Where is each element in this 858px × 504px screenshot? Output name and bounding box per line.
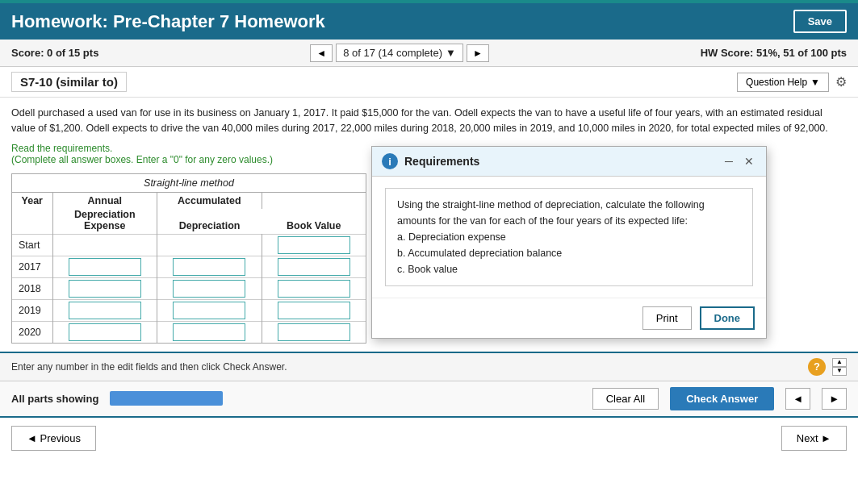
annual-dep-input[interactable] — [69, 258, 141, 276]
accum-dep-input[interactable] — [173, 302, 245, 319]
spinner-up[interactable]: ▲ — [832, 358, 847, 367]
all-parts-label: All parts showing — [11, 393, 98, 405]
year-cell: Start — [12, 234, 52, 256]
table-header-row-1: Year Annual Accumulated Book Value — [12, 193, 366, 209]
spinner-buttons: ▲ ▼ — [832, 358, 847, 376]
annual-dep-cell — [52, 256, 157, 277]
book-value-input[interactable] — [278, 323, 350, 341]
save-button[interactable]: Save — [793, 10, 847, 33]
table-row: 2018 — [12, 277, 366, 299]
accum-dep-cell — [157, 234, 262, 256]
accum-dep-cell — [157, 321, 262, 343]
annual-dep-cell — [52, 321, 157, 343]
popup-list-item: c. Book value — [397, 261, 741, 277]
instruction-text: Enter any number in the edit fields and … — [11, 361, 801, 373]
nav-center: ◄ 8 of 17 (14 complete) ▼ ► — [310, 44, 489, 62]
done-button[interactable]: Done — [700, 306, 755, 330]
depreciation-expense-header: Depreciation Expense — [52, 209, 157, 235]
question-nav-dropdown[interactable]: 8 of 17 (14 complete) ▼ — [336, 44, 463, 62]
annual-dep-input[interactable] — [69, 280, 141, 298]
annual-dep-cell — [52, 299, 157, 321]
popup-body: Using the straight-line method of deprec… — [372, 177, 766, 298]
annual-header: Annual — [52, 193, 157, 209]
main-content: Odell purchased a used van for use in it… — [0, 98, 858, 347]
accum-dep-cell — [157, 256, 262, 277]
popup-list-item: a. Depreciation expense — [397, 229, 741, 245]
annual-dep-input[interactable] — [69, 302, 141, 319]
annual-dep-cell — [52, 277, 157, 299]
score-row: Score: 0 of 15 pts ◄ 8 of 17 (14 complet… — [0, 40, 858, 67]
minimize-button[interactable]: ─ — [722, 155, 735, 168]
popup-footer: Print Done — [372, 298, 766, 338]
book-value-input[interactable] — [278, 302, 350, 319]
accum-dep-header: Depreciation — [157, 209, 262, 235]
book-value-input[interactable] — [278, 280, 350, 298]
table-row: 2019 — [12, 299, 366, 321]
book-value-cell — [262, 277, 366, 299]
year-col-header: Year — [12, 193, 52, 209]
annual-dep-cell — [52, 234, 157, 256]
annual-dep-input[interactable] — [69, 323, 141, 341]
table-title: Straight-line method — [12, 174, 366, 193]
info-icon: i — [382, 153, 398, 169]
all-parts-row: All parts showing Clear All Check Answer… — [0, 381, 858, 416]
popup-list-item: b. Accumulated depreciation balance — [397, 245, 741, 261]
book-value-cell — [262, 321, 366, 343]
previous-button[interactable]: ◄ Previous — [11, 426, 96, 451]
question-help-area: Question Help ▼ ⚙ — [737, 73, 847, 92]
year-cell: 2020 — [12, 321, 52, 343]
footer-nav: ◄ Previous Next ► — [0, 416, 858, 459]
book-value-cell — [262, 299, 366, 321]
year-cell: 2017 — [12, 256, 52, 277]
print-button[interactable]: Print — [642, 306, 692, 330]
table-area: Straight-line method Year Annual Accumul… — [11, 173, 366, 344]
gear-icon[interactable]: ⚙ — [835, 74, 847, 90]
header: Homework: Pre-Chapter 7 Homework Save — [0, 3, 858, 40]
accum-dep-input[interactable] — [173, 280, 245, 298]
book-value-cell — [262, 256, 366, 277]
popup-header: i Requirements ─ ✕ — [372, 147, 766, 177]
table-row: 2017 — [12, 256, 366, 277]
clear-all-button[interactable]: Clear All — [592, 388, 659, 410]
check-answer-button[interactable]: Check Answer — [670, 387, 774, 410]
score-label: Score: 0 of 15 pts — [11, 47, 98, 59]
book-value-input[interactable] — [278, 236, 350, 254]
accumulated-header: Accumulated — [157, 193, 262, 209]
progress-bar — [110, 391, 223, 406]
accum-dep-cell — [157, 299, 262, 321]
nav-right-button[interactable]: ► — [822, 388, 847, 410]
spinner-down[interactable]: ▼ — [832, 367, 847, 376]
depreciation-table: Year Annual Accumulated Book Value Depre… — [12, 193, 366, 343]
requirements-link[interactable]: requirements — [53, 143, 110, 154]
question-id-label: S7-10 (similar to) — [11, 72, 127, 92]
bottom-bar: Enter any number in the edit fields and … — [0, 352, 858, 381]
question-help-button[interactable]: Question Help ▼ — [737, 73, 829, 92]
popup-body-text: Using the straight-line method of deprec… — [397, 199, 705, 227]
close-button[interactable]: ✕ — [742, 155, 756, 168]
accum-dep-cell — [157, 277, 262, 299]
popup-title-area: i Requirements — [382, 153, 479, 169]
hw-score-label: HW Score: 51%, 51 of 100 pts — [701, 47, 847, 59]
year-cell: 2018 — [12, 277, 52, 299]
problem-text: Odell purchased a used van for use in it… — [11, 106, 847, 136]
nav-left-button[interactable]: ◄ — [785, 388, 810, 410]
popup-controls: ─ ✕ — [722, 155, 756, 168]
help-circle[interactable]: ? — [808, 358, 826, 376]
nav-prev-button[interactable]: ◄ — [310, 44, 333, 62]
requirements-popup: i Requirements ─ ✕ Using the straight-li… — [371, 146, 767, 339]
accum-dep-input[interactable] — [173, 258, 245, 276]
popup-body-inner: Using the straight-line method of deprec… — [385, 188, 753, 286]
table-row: 2020 — [12, 321, 366, 343]
popup-items: a. Depreciation expenseb. Accumulated de… — [397, 229, 741, 277]
next-button[interactable]: Next ► — [781, 426, 847, 451]
accum-dep-input[interactable] — [173, 323, 245, 341]
page-title: Homework: Pre-Chapter 7 Homework — [11, 11, 325, 32]
book-value-cell — [262, 234, 366, 256]
popup-title: Requirements — [404, 155, 479, 168]
question-label-row: S7-10 (similar to) Question Help ▼ ⚙ — [0, 67, 858, 98]
table-row: Start — [12, 234, 366, 256]
book-value-header: Book Value — [262, 193, 366, 235]
year-cell: 2019 — [12, 299, 52, 321]
book-value-input[interactable] — [278, 258, 350, 276]
nav-next-button[interactable]: ► — [467, 44, 489, 62]
